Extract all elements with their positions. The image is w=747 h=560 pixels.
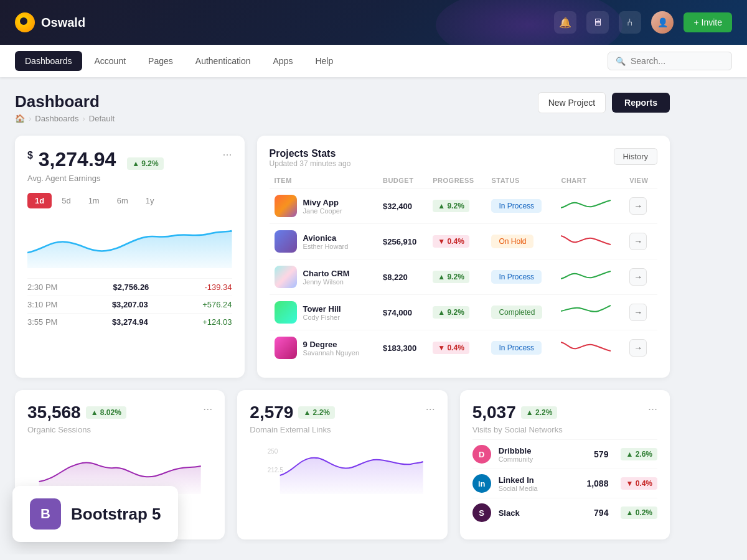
project-thumb-9degree [275,337,297,359]
nav-item-account[interactable]: Account [85,51,136,71]
project-thumb-avionica [275,230,297,253]
new-project-button[interactable]: New Project [538,92,606,113]
search-input[interactable] [631,56,724,66]
organic-number-area: 35,568 ▲ 8.02% Organic Sessions [27,403,126,434]
nav-item-pages[interactable]: Pages [138,51,183,71]
time-tab-1y[interactable]: 1y [138,193,162,208]
chart-mini-tower [561,302,619,323]
chart-mini-charto [561,266,619,287]
change-3: +124.03 [202,317,232,327]
view-tower[interactable]: → [629,304,647,321]
page-title-area: Dashboard 🏠 › Dashboards › Default [15,92,115,123]
project-item-info: Mivy App Jane Cooper [275,195,373,217]
status-mivy: In Process [491,199,542,213]
domain-badge: ▲ 2.2% [298,406,335,419]
budget-tower: $74,000 [383,308,412,317]
organic-label: Organic Sessions [27,425,126,434]
project-name-mivy: Mivy App [303,198,342,207]
invite-button[interactable]: + Invite [684,12,732,32]
col-progress: PROGRESS [428,170,486,189]
change-1: -139.34 [204,282,232,292]
nav-item-help[interactable]: Help [305,51,343,71]
earnings-table: 2:30 PM $2,756.26 -139.34 3:10 PM $3,207… [27,278,232,330]
nav-item-authentication[interactable]: Authentication [186,51,261,71]
projects-table: ITEM BUDGET PROGRESS STATUS CHART VIEW [270,170,657,365]
top-header: Oswald 🔔 🖥 ⑃ 👤 + Invite [0,0,747,45]
col-status: STATUS [486,170,556,189]
table-row: Mivy App Jane Cooper $32,400 ▲ 9.2% In P… [270,189,657,224]
logo-text: Oswald [41,16,85,30]
history-button[interactable]: History [614,148,657,165]
social-networks-card: 5,037 ▲ 2.2% Visits by Social Networks ·… [460,390,670,539]
table-row: Avionica Esther Howard $256,910 ▼ 0.4% O… [270,224,657,259]
slack-name: Slack [499,508,586,518]
page-actions: New Project Reports [538,92,670,113]
breadcrumb: 🏠 › Dashboards › Default [15,114,115,123]
project-names-charto: Charto CRM Jenny Wilson [303,269,350,286]
project-item-info-avionica: Avionica Esther Howard [275,230,373,253]
project-owner-mivy: Jane Cooper [303,207,342,215]
time-tab-1d[interactable]: 1d [27,193,52,208]
project-name-tower: Tower Hill [303,304,341,314]
progress-9degree: ▼ 0.4% [433,342,469,354]
domain-label: Domain External Links [250,425,335,434]
domain-number: 2,579 [250,403,293,422]
dribbble-info: Dribbble Community [499,446,586,463]
earnings-row-3: 3:55 PM $3,274.94 +124.03 [27,313,232,330]
budget-avionica: $256,910 [383,237,416,246]
organic-more-button[interactable]: ··· [203,403,212,416]
chart-mini-9degree [561,337,619,358]
domain-chart: 250 212.5 [250,444,435,494]
time-tab-1m[interactable]: 1m [81,193,107,208]
share-icon[interactable]: ⑃ [619,11,641,34]
organic-badge: ▲ 8.02% [86,406,126,419]
earnings-chart [27,218,232,268]
amount-1: $2,756.26 [113,282,149,292]
time-tab-6m[interactable]: 6m [110,193,136,208]
nav-item-dashboards[interactable]: Dashboards [15,51,82,71]
main-content: Dashboard 🏠 › Dashboards › Default New P… [0,77,685,554]
view-mivy[interactable]: → [629,197,647,215]
slack-info: Slack [499,508,586,518]
slack-icon: S [472,503,491,522]
progress-mivy: ▲ 9.2% [433,200,469,212]
page-header: Dashboard 🏠 › Dashboards › Default New P… [15,92,670,123]
notification-icon[interactable]: 🔔 [554,11,576,34]
projects-updated: Updated 37 minutes ago [270,159,351,168]
earnings-badge: ▲ 9.2% [127,157,164,170]
view-9degree[interactable]: → [629,339,647,357]
project-thumb-tower [275,301,297,324]
amount-3: $3,274.94 [112,317,148,327]
project-name-9degree: 9 Degree [303,340,360,349]
page-title: Dashboard [15,92,115,111]
earnings-more-button[interactable]: ··· [223,148,232,161]
earnings-header: $ 3,274.94 ▲ 9.2% ··· [27,148,232,171]
reports-button[interactable]: Reports [612,93,670,113]
dribbble-category: Community [499,455,586,463]
bootstrap-icon: B [30,498,61,530]
project-owner-9degree: Savannah Nguyen [303,349,360,357]
project-thumb-charto [275,266,297,288]
project-names: Mivy App Jane Cooper [303,198,342,215]
header-actions: 🔔 🖥 ⑃ 👤 + Invite [554,11,732,34]
status-avionica: On Hold [491,235,533,248]
table-row: Tower Hill Cody Fisher $74,000 ▲ 9.2% Co… [270,295,657,330]
project-owner-avionica: Esther Howard [303,243,349,250]
domain-more-button[interactable]: ··· [426,403,435,416]
monitor-icon[interactable]: 🖥 [586,11,609,34]
social-item-linkedin: in Linked In Social Media 1,088 ▼ 0.4% [472,469,657,498]
view-charto[interactable]: → [629,268,647,286]
table-row: Charto CRM Jenny Wilson $8,220 ▲ 9.2% In… [270,259,657,295]
project-names-9degree: 9 Degree Savannah Nguyen [303,340,360,357]
social-more-button[interactable]: ··· [648,403,657,416]
amount-2: $3,207.03 [112,300,148,309]
project-item-info-charto: Charto CRM Jenny Wilson [275,266,373,288]
project-item-info-9degree: 9 Degree Savannah Nguyen [275,337,373,359]
avatar[interactable]: 👤 [651,11,674,34]
col-view: VIEW [624,170,657,189]
earnings-row-1: 2:30 PM $2,756.26 -139.34 [27,278,232,296]
breadcrumb-dashboards[interactable]: Dashboards [35,114,78,123]
time-tab-5d[interactable]: 5d [54,193,78,208]
nav-item-apps[interactable]: Apps [263,51,303,71]
view-avionica[interactable]: → [629,233,647,250]
